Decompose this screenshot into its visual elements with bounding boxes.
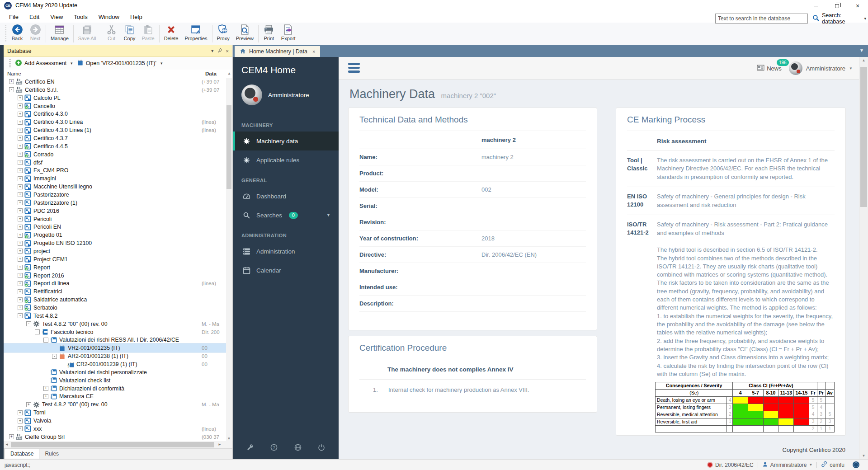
scroll-left-icon[interactable]: ◄ — [5, 442, 9, 446]
proxy-button[interactable]: Proxy — [214, 23, 233, 45]
tree-expander-icon[interactable]: + — [9, 79, 14, 84]
tree-item[interactable]: +Serbatoio — [4, 304, 226, 312]
tree-item[interactable]: Valutazioni dei rischi personalizzate — [4, 368, 226, 376]
minimize-button[interactable] — [806, 0, 826, 12]
tab-database[interactable]: Database — [5, 449, 39, 459]
tree-item[interactable]: +project — [4, 247, 226, 255]
restore-button[interactable] — [826, 0, 847, 12]
tree-expander-icon[interactable]: + — [18, 144, 23, 149]
tree-expander-icon[interactable]: + — [18, 289, 23, 294]
tree-item[interactable]: +Pericoli EN — [4, 223, 226, 231]
open-assessment-button[interactable]: Open 'VR2-001/001235 (IT)' — [86, 60, 156, 66]
export-button[interactable]: Export — [278, 23, 299, 45]
globe-icon[interactable] — [294, 444, 302, 453]
tree-horizontal-scrollbar[interactable]: ◄ ► — [4, 441, 232, 448]
tree-item[interactable]: +Pastorizzatore (1) — [4, 199, 226, 207]
tree-expander-icon[interactable]: + — [18, 176, 23, 181]
tree-expander-icon[interactable]: - — [9, 87, 14, 92]
tree-item[interactable]: +Certifico 4.3.0 — [4, 110, 226, 118]
user-menu[interactable]: Amministratore ▼ — [789, 61, 853, 75]
tree-item[interactable]: +Test 4.8.2 "00" (00) rev. 00M. - Ma — [4, 400, 226, 409]
tree-item[interactable]: +Es_CM4 PRO — [4, 166, 226, 174]
menu-window[interactable]: Window — [93, 12, 125, 22]
tree-expander-icon[interactable]: - — [43, 338, 48, 343]
tree-expander-icon[interactable]: + — [9, 434, 14, 439]
add-assessment-button[interactable]: Add Assessment — [24, 60, 66, 66]
sidebar-item-machinery-data[interactable]: Machinery data — [233, 132, 339, 150]
scrollbar-thumb[interactable] — [11, 442, 214, 447]
tree-expander-icon[interactable]: - — [35, 329, 40, 334]
scroll-down-icon[interactable]: ▼ — [226, 437, 232, 441]
tree-expander-icon[interactable]: + — [18, 418, 23, 423]
main-vertical-scrollbar[interactable]: ▲ ▼ — [859, 57, 868, 459]
tree-item[interactable]: +Certifico EN(+39 07 — [4, 78, 226, 86]
status-user[interactable]: Amministratore ▼ — [758, 461, 817, 469]
tree-expander-icon[interactable]: + — [18, 257, 23, 262]
sidebar-item-calendar[interactable]: Calendar — [233, 261, 339, 280]
menu-edit[interactable]: Edit — [24, 12, 45, 22]
back-button[interactable]: Back — [8, 23, 26, 45]
pin-icon[interactable] — [217, 48, 222, 54]
tree-expander-icon[interactable]: + — [18, 410, 23, 415]
preview-button[interactable]: Preview — [233, 23, 257, 45]
tree-item[interactable]: +Certifico 4.3.0 Linea(linea) — [4, 118, 226, 126]
tab-home-machinery-data[interactable]: Home Machinery | Data × — [235, 46, 320, 57]
tree-item[interactable]: VR2-001/001235 (IT)00 — [4, 344, 226, 352]
tree-expander-icon[interactable]: + — [18, 273, 23, 278]
print-button[interactable]: Print — [260, 23, 278, 45]
tree-item[interactable]: +Saldatrice automatica — [4, 296, 226, 304]
window-menu-icon[interactable]: ▾ — [211, 48, 214, 54]
tree-item[interactable]: +Report — [4, 263, 226, 272]
tree-expander-icon[interactable]: - — [18, 313, 23, 318]
tree-item[interactable]: -Test 4.8.2 "00" (00) rev. 00M. - Ma — [4, 320, 226, 328]
menu-help[interactable]: Help — [125, 12, 148, 22]
tree-item[interactable]: +Progetto EN ISO 12100 — [4, 239, 226, 247]
tree-item[interactable]: -AR2-001/001238 (1) (IT)00 — [4, 352, 226, 360]
tree-expander-icon[interactable]: + — [18, 200, 23, 205]
scroll-up-icon[interactable]: ▲ — [859, 58, 868, 62]
menu-file[interactable]: File — [4, 12, 24, 22]
tree-item[interactable]: +Report di linea(linea) — [4, 279, 226, 287]
tree-item[interactable]: +xxx(linea) — [4, 425, 226, 433]
tree-expander-icon[interactable]: + — [18, 184, 23, 189]
tree-expander-icon[interactable]: + — [18, 168, 23, 173]
status-link[interactable]: cemfu — [817, 461, 849, 469]
tree-expander-icon[interactable]: + — [18, 249, 23, 254]
tree-vertical-scrollbar[interactable]: ▼ — [226, 78, 232, 441]
tree-item[interactable]: +Report 2016 — [4, 272, 226, 280]
copy-button[interactable]: Copy — [121, 23, 139, 45]
search-input[interactable] — [715, 14, 808, 24]
tree-item[interactable]: -Fascicolo tecnicoDir. 200 — [4, 328, 226, 336]
tree-item[interactable]: +Cancello — [4, 102, 226, 110]
tree-item[interactable]: +PDC 2016 — [4, 207, 226, 215]
properties-button[interactable]: Properties — [181, 23, 210, 45]
tree-expander-icon[interactable]: + — [18, 305, 23, 310]
tree-expander-icon[interactable]: + — [18, 241, 23, 246]
tab-rules[interactable]: Rules — [39, 449, 64, 459]
tree-item[interactable]: +Corrado — [4, 150, 226, 159]
menu-tools[interactable]: Tools — [68, 12, 93, 22]
tree-expander-icon[interactable]: + — [18, 297, 23, 302]
tree-expander-icon[interactable]: + — [18, 128, 23, 133]
scroll-up-icon[interactable]: ▲ — [227, 71, 231, 75]
scrollbar-thumb[interactable] — [226, 105, 231, 189]
tree-expander-icon[interactable]: + — [18, 225, 23, 230]
status-directive[interactable]: Dir. 2006/42/EC — [703, 462, 758, 468]
tree-expander-icon[interactable]: + — [18, 152, 23, 157]
tree-expander-icon[interactable]: - — [26, 321, 31, 326]
delete-button[interactable]: Delete — [161, 23, 182, 45]
tree-expander-icon[interactable]: + — [18, 95, 23, 100]
tree-item[interactable]: -Test 4.8.2 — [4, 312, 226, 320]
tree-expander-icon[interactable]: - — [52, 354, 57, 359]
tree-item[interactable]: +Valvola — [4, 417, 226, 425]
tree-item[interactable]: +Pastorizzatore — [4, 191, 226, 199]
manage-button[interactable]: Manage — [47, 23, 72, 45]
tree-item[interactable]: +Cieffe Group Srl(030 37 — [4, 433, 226, 441]
column-name[interactable]: Name — [7, 71, 21, 76]
tree-expander-icon[interactable]: + — [18, 112, 23, 117]
tree-expander-icon[interactable]: + — [18, 192, 23, 197]
tree-expander-icon[interactable]: + — [18, 265, 23, 270]
news-button[interactable]: News 196 — [757, 64, 782, 72]
scrollbar-thumb[interactable] — [860, 67, 867, 207]
tree-item[interactable]: -Valutazioni dei rischi RESS All. I Dir.… — [4, 336, 226, 344]
